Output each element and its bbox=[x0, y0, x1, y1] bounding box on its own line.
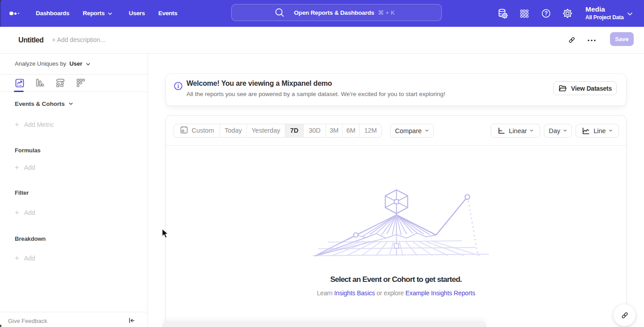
svg-text:?: ? bbox=[544, 10, 548, 17]
